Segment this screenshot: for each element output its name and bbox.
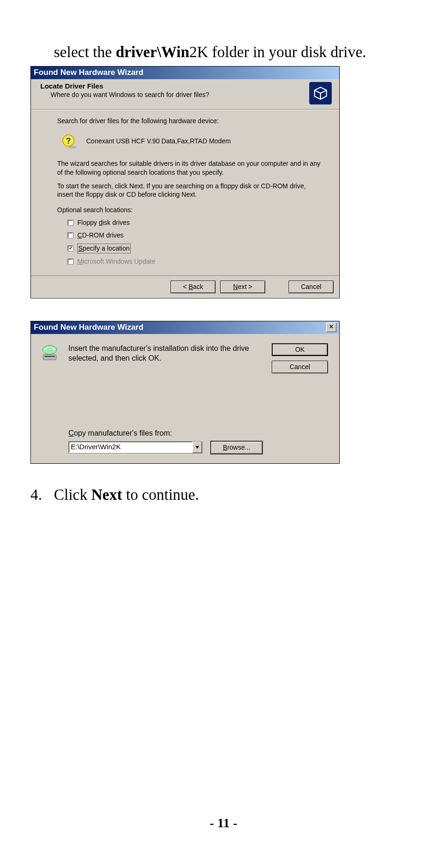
- svg-rect-7: [45, 356, 55, 357]
- chevron-down-icon: [195, 446, 199, 449]
- close-icon[interactable]: ×: [326, 323, 336, 332]
- wizard-para-2: To start the search, click Next. If you …: [57, 182, 320, 200]
- t: opy manufacturer's files from:: [74, 429, 172, 437]
- svg-text:?: ?: [66, 136, 71, 146]
- instr-bold: driver\Win: [116, 44, 189, 60]
- insert-disk-text: Insert the manufacturer's installation d…: [68, 343, 262, 364]
- chk-u: S: [78, 245, 82, 252]
- checkbox-icon: [67, 259, 74, 265]
- question-icon: ?: [62, 134, 77, 149]
- step-pre: Click: [54, 486, 91, 503]
- instruction-text: select the driver\Win2K folder in your d…: [54, 42, 393, 62]
- window-title: Found New Hardware Wizard: [34, 68, 143, 77]
- t: <: [183, 283, 188, 290]
- next-button[interactable]: Next >: [220, 281, 265, 293]
- dialog-header-title: Locate Driver Files: [40, 82, 209, 90]
- chk-u: C: [77, 231, 82, 239]
- copy-from-label: Copy manufacturer's files from:: [68, 429, 262, 438]
- ok-button[interactable]: OK: [272, 343, 328, 356]
- svg-rect-6: [43, 355, 56, 360]
- titlebar[interactable]: Found New Hardware Wizard ×: [31, 321, 339, 334]
- path-input[interactable]: E:\Driver\Win2K: [69, 442, 192, 453]
- search-prompt: Search for driver files for the followin…: [57, 117, 320, 126]
- wizard-dialog-1: Found New Hardware Wizard Locate Driver …: [30, 66, 340, 298]
- checkbox-cdrom[interactable]: CD-ROM drives: [67, 231, 320, 240]
- instr-prefix: select the: [54, 44, 116, 60]
- dialog-header-sub: Where do you want Windows to search for …: [40, 90, 209, 98]
- checkbox-icon[interactable]: ✔: [67, 245, 74, 252]
- step-number: 4.: [30, 486, 54, 504]
- t: ack: [193, 283, 203, 290]
- chk-rest: isk drives: [103, 219, 130, 226]
- cancel-button[interactable]: Cancel: [289, 281, 334, 293]
- step-4: 4. Click Next to continue.: [30, 486, 393, 504]
- chk-rest: icrosoft Windows Update: [83, 258, 156, 265]
- checkbox-icon[interactable]: [67, 220, 74, 226]
- t: C: [68, 429, 74, 437]
- install-disk-icon: [40, 343, 59, 362]
- checkbox-specify-location[interactable]: ✔ Specify a location: [67, 244, 320, 253]
- wizard-icon: [309, 82, 332, 104]
- checkbox-group: Floppy disk drives CD-ROM drives ✔ Speci…: [67, 218, 320, 266]
- window-title: Found New Hardware Wizard: [34, 323, 143, 332]
- t: N: [233, 283, 238, 290]
- checkbox-icon[interactable]: [67, 232, 74, 238]
- step-rest: to continue.: [122, 486, 199, 503]
- path-combobox[interactable]: E:\Driver\Win2K: [68, 441, 202, 453]
- checkbox-windows-update: Microsoft Windows Update: [67, 257, 320, 266]
- chk-rest: D-ROM drives: [82, 231, 124, 239]
- t: B: [223, 444, 227, 451]
- device-name: Conexant USB HCF V.90 Data,Fax,RTAD Mode…: [86, 137, 231, 146]
- dropdown-button[interactable]: [192, 442, 202, 453]
- titlebar[interactable]: Found New Hardware Wizard: [31, 67, 339, 79]
- chk-rest: pecify a location: [82, 245, 129, 252]
- t: ext >: [238, 283, 253, 290]
- wizard-para-1: The wizard searches for suitable drivers…: [57, 159, 320, 177]
- page-number: - 11 -: [0, 816, 447, 831]
- t: B: [188, 283, 193, 290]
- t: rowse...: [227, 444, 250, 451]
- wizard-dialog-2: Found New Hardware Wizard × Insert the m…: [30, 321, 340, 464]
- browse-button[interactable]: Browse...: [211, 441, 262, 454]
- chk-u: d: [99, 219, 103, 226]
- step-bold: Next: [91, 486, 122, 503]
- optional-locations-label: Optional search locations:: [57, 206, 320, 215]
- checkbox-floppy[interactable]: Floppy disk drives: [67, 218, 320, 227]
- svg-point-2: [68, 146, 76, 148]
- cancel-button[interactable]: Cancel: [272, 361, 328, 373]
- back-button[interactable]: < Back: [171, 281, 216, 293]
- instr-rest: 2K folder in your disk drive.: [189, 44, 366, 60]
- chk-u: M: [77, 258, 83, 265]
- chk-pre: Floppy: [77, 219, 99, 226]
